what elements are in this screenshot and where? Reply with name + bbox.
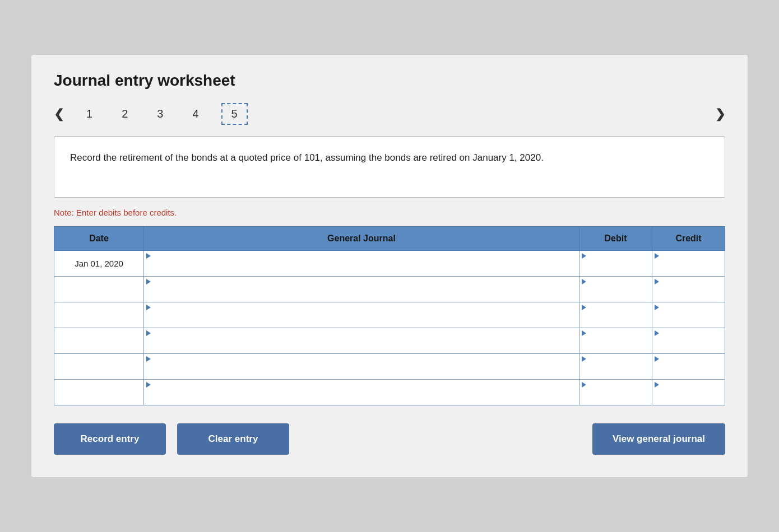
debit-input-0[interactable] bbox=[579, 251, 652, 276]
triangle-icon bbox=[146, 356, 151, 362]
cell-debit-0[interactable] bbox=[579, 251, 652, 277]
credit-input-2[interactable] bbox=[652, 302, 725, 328]
cell-journal-5[interactable] bbox=[144, 380, 579, 405]
triangle-icon bbox=[146, 330, 151, 336]
table-row bbox=[54, 277, 725, 302]
debit-input-1[interactable] bbox=[579, 277, 652, 302]
cell-credit-2[interactable] bbox=[652, 302, 725, 328]
journal-input-2[interactable] bbox=[144, 302, 579, 328]
triangle-icon bbox=[582, 330, 586, 336]
credit-input-4[interactable] bbox=[652, 354, 725, 379]
cell-date-5 bbox=[54, 380, 144, 405]
cell-debit-1[interactable] bbox=[579, 277, 652, 302]
table-row bbox=[54, 380, 725, 405]
main-card: Journal entry worksheet ❮ 1 2 3 4 5 ❯ Re… bbox=[31, 54, 748, 478]
triangle-icon bbox=[146, 279, 151, 284]
cell-debit-2[interactable] bbox=[579, 302, 652, 328]
cell-debit-5[interactable] bbox=[579, 380, 652, 405]
triangle-icon bbox=[655, 356, 659, 362]
journal-input-5[interactable] bbox=[144, 380, 579, 405]
view-general-journal-button[interactable]: View general journal bbox=[592, 423, 725, 455]
cell-credit-4[interactable] bbox=[652, 354, 725, 380]
description-box: Record the retirement of the bonds at a … bbox=[54, 136, 725, 198]
triangle-icon bbox=[655, 330, 659, 336]
cell-credit-5[interactable] bbox=[652, 380, 725, 405]
triangle-icon bbox=[582, 279, 586, 284]
header-credit: Credit bbox=[652, 227, 725, 251]
triangle-icon bbox=[655, 253, 659, 259]
cell-date-1 bbox=[54, 277, 144, 302]
tab-4[interactable]: 4 bbox=[186, 104, 205, 124]
page-title: Journal entry worksheet bbox=[54, 72, 725, 90]
tab-2[interactable]: 2 bbox=[115, 104, 135, 124]
tab-3[interactable]: 3 bbox=[150, 104, 170, 124]
triangle-icon bbox=[582, 253, 586, 259]
journal-input-4[interactable] bbox=[144, 354, 579, 379]
header-debit: Debit bbox=[579, 227, 652, 251]
triangle-icon bbox=[582, 382, 586, 388]
record-entry-button[interactable]: Record entry bbox=[54, 423, 166, 455]
prev-arrow[interactable]: ❮ bbox=[54, 107, 64, 122]
cell-journal-0[interactable] bbox=[144, 251, 579, 277]
debit-input-2[interactable] bbox=[579, 302, 652, 328]
debit-input-4[interactable] bbox=[579, 354, 652, 379]
header-journal: General Journal bbox=[144, 227, 579, 251]
cell-date-3 bbox=[54, 328, 144, 354]
clear-entry-button[interactable]: Clear entry bbox=[177, 423, 289, 455]
credit-input-3[interactable] bbox=[652, 328, 725, 353]
tab-navigation: ❮ 1 2 3 4 5 ❯ bbox=[54, 103, 725, 125]
cell-credit-0[interactable] bbox=[652, 251, 725, 277]
table-row: Jan 01, 2020 bbox=[54, 251, 725, 277]
triangle-icon bbox=[655, 279, 659, 284]
table-row bbox=[54, 302, 725, 328]
triangle-icon bbox=[146, 382, 151, 388]
triangle-icon bbox=[582, 356, 586, 362]
cell-date-2 bbox=[54, 302, 144, 328]
triangle-icon bbox=[582, 305, 586, 310]
cell-journal-3[interactable] bbox=[144, 328, 579, 354]
cell-debit-3[interactable] bbox=[579, 328, 652, 354]
debit-input-5[interactable] bbox=[579, 380, 652, 405]
debit-input-3[interactable] bbox=[579, 328, 652, 353]
triangle-icon bbox=[146, 305, 151, 310]
journal-table: Date General Journal Debit Credit Jan 01… bbox=[54, 226, 725, 405]
cell-debit-4[interactable] bbox=[579, 354, 652, 380]
journal-input-3[interactable] bbox=[144, 328, 579, 353]
table-row bbox=[54, 354, 725, 380]
tab-1[interactable]: 1 bbox=[80, 104, 99, 124]
triangle-icon bbox=[655, 305, 659, 310]
table-row bbox=[54, 328, 725, 354]
header-date: Date bbox=[54, 227, 144, 251]
button-row: Record entry Clear entry View general jo… bbox=[54, 423, 725, 455]
triangle-icon bbox=[146, 253, 151, 259]
cell-credit-1[interactable] bbox=[652, 277, 725, 302]
cell-date-0: Jan 01, 2020 bbox=[54, 251, 144, 277]
cell-credit-3[interactable] bbox=[652, 328, 725, 354]
tab-5[interactable]: 5 bbox=[221, 103, 248, 125]
triangle-icon bbox=[655, 382, 659, 388]
cell-journal-1[interactable] bbox=[144, 277, 579, 302]
journal-input-0[interactable] bbox=[144, 251, 579, 276]
journal-input-1[interactable] bbox=[144, 277, 579, 302]
next-arrow[interactable]: ❯ bbox=[715, 107, 725, 122]
cell-journal-2[interactable] bbox=[144, 302, 579, 328]
note-text: Note: Enter debits before credits. bbox=[54, 208, 725, 217]
credit-input-0[interactable] bbox=[652, 251, 725, 276]
description-text: Record the retirement of the bonds at a … bbox=[70, 152, 544, 163]
cell-journal-4[interactable] bbox=[144, 354, 579, 380]
credit-input-1[interactable] bbox=[652, 277, 725, 302]
credit-input-5[interactable] bbox=[652, 380, 725, 405]
cell-date-4 bbox=[54, 354, 144, 380]
